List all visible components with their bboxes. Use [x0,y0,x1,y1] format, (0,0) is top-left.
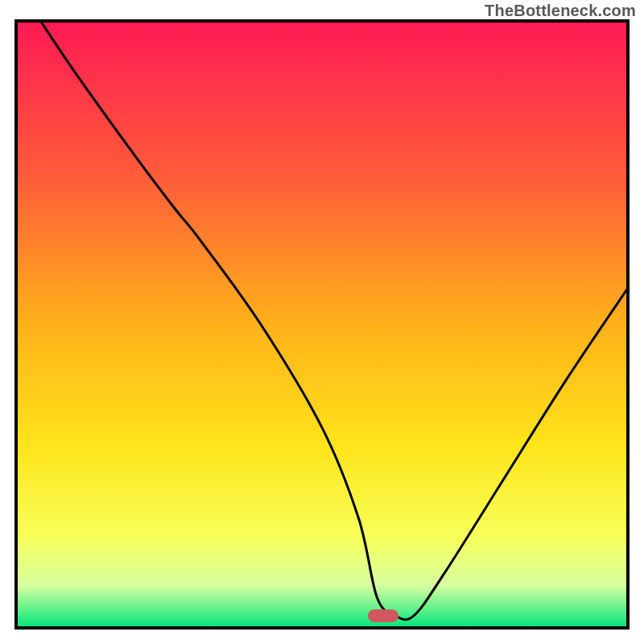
optimum-marker [368,609,398,622]
plot-background [16,21,628,628]
chart-container: TheBottleneck.com [0,0,644,644]
watermark-text: TheBottleneck.com [485,2,636,20]
bottleneck-chart [0,0,644,644]
